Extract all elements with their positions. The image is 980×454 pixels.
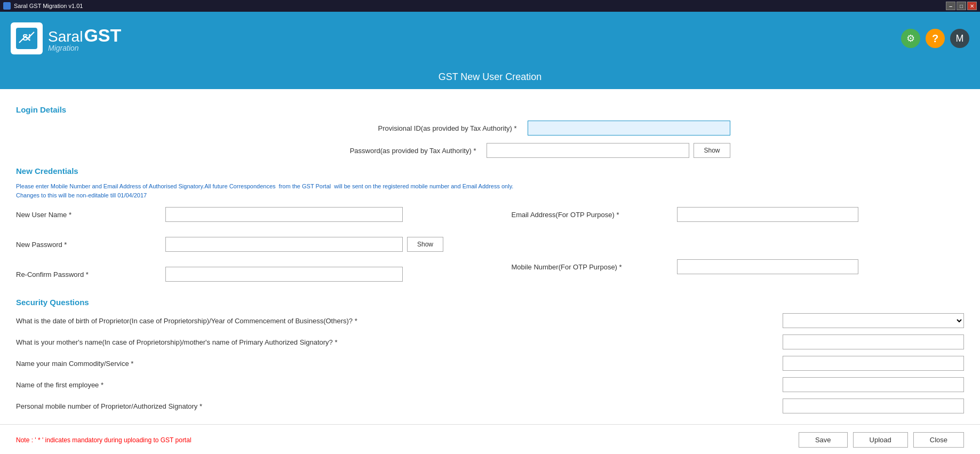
security-q5-row: Personal mobile number of Proprietor/Aut… [16,399,964,413]
new-username-input[interactable] [165,207,403,222]
reconfirm-password-row: Re-Confirm Password * [16,267,490,282]
footer-bar: Note : ' * ' indicates mandatory during … [0,424,980,454]
security-q4-input[interactable] [783,377,964,392]
security-questions-grid: What is the date of birth of Proprietor(… [16,313,964,413]
settings-icon[interactable]: ⚙ [901,29,920,48]
security-q3-row: Name your main Commodity/Service * [16,356,964,371]
title-bar-controls[interactable]: ‒ □ ✕ [946,2,977,10]
title-bar-left: Saral GST Migration v1.01 [3,2,83,10]
email-row: Email Address(For OTP Purpose) * [512,207,965,222]
credentials-left-col: New User Name * New Password * Show Re-C… [16,207,490,289]
credentials-info-text: Please enter Mobile Number and Email Add… [16,182,964,200]
security-q2-label: What is your mother's name(In case of Pr… [16,338,432,346]
credentials-right-col: Email Address(For OTP Purpose) * Mobile … [490,207,965,289]
security-q1-label: What is the date of birth of Proprietor(… [16,317,432,325]
help-icon[interactable]: ? [926,29,945,48]
mobile-input[interactable] [677,259,858,274]
security-q3-input[interactable] [783,356,964,371]
save-button[interactable]: Save [799,432,848,448]
security-q5-input[interactable] [783,399,964,413]
tax-password-show-button[interactable]: Show [694,143,730,158]
new-username-row: New User Name * [16,207,490,222]
security-questions-heading: Security Questions [16,298,964,307]
tax-password-label: Password(as provided by Tax Authority) * [326,147,476,155]
security-q1-select[interactable] [783,313,964,328]
new-credentials-heading: New Credentials [16,166,964,176]
app-header: S! Saral GST Migration ⚙ ? M [0,12,980,65]
logo-migration: Migration [48,44,121,52]
logo-box: S! [11,22,43,54]
security-q5-label: Personal mobile number of Proprietor/Aut… [16,402,432,410]
upload-button[interactable]: Upload [853,432,908,448]
page-title: GST New User Creation [439,71,542,82]
title-bar: Saral GST Migration v1.01 ‒ □ ✕ [0,0,980,12]
security-q3-label: Name your main Commodity/Service * [16,360,432,368]
provisional-id-label: Provisional ID(as provided by Tax Author… [368,124,517,132]
header-icons: ⚙ ? M [901,29,969,48]
tax-password-input[interactable] [487,143,689,158]
new-password-row: New Password * Show [16,237,490,252]
security-q4-row: Name of the first employee * [16,377,964,392]
login-details-form: Provisional ID(as provided by Tax Author… [16,121,964,158]
main-content: Login Details Provisional ID(as provided… [0,89,980,424]
action-buttons: Save Upload Close [799,432,964,448]
logo-gst: GST [84,25,121,46]
logo-text: Saral GST Migration [48,25,121,52]
page-title-bar: GST New User Creation [0,65,980,89]
mobile-row: Mobile Number(For OTP Purpose) * [512,259,965,274]
close-window-button[interactable]: ✕ [967,2,977,10]
email-input[interactable] [677,207,858,222]
security-q2-row: What is your mother's name(In case of Pr… [16,334,964,349]
close-button[interactable]: Close [913,432,964,448]
security-q2-input[interactable] [783,334,964,349]
security-q4-label: Name of the first employee * [16,381,432,389]
new-password-input[interactable] [165,237,403,252]
new-username-label: New User Name * [16,211,165,219]
credentials-grid: New User Name * New Password * Show Re-C… [16,207,964,289]
tax-password-row: Password(as provided by Tax Authority) *… [250,143,730,158]
maximize-button[interactable]: □ [957,2,966,10]
logo-area: S! Saral GST Migration [11,22,121,54]
logo-saral: Saral [48,28,83,45]
mobile-label: Mobile Number(For OTP Purpose) * [512,263,677,271]
reconfirm-password-label: Re-Confirm Password * [16,270,165,278]
user-icon[interactable]: M [950,29,969,48]
app-icon [3,2,11,10]
new-password-label: New Password * [16,241,165,249]
footer-note: Note : ' * ' indicates mandatory during … [16,436,192,444]
email-label: Email Address(For OTP Purpose) * [512,211,677,219]
new-password-show-button[interactable]: Show [407,237,443,252]
security-q1-row: What is the date of birth of Proprietor(… [16,313,964,328]
reconfirm-password-input[interactable] [165,267,403,282]
login-details-heading: Login Details [16,105,964,114]
provisional-id-row: Provisional ID(as provided by Tax Author… [250,121,730,136]
title-bar-text: Saral GST Migration v1.01 [14,3,83,9]
minimize-button[interactable]: ‒ [946,2,955,10]
provisional-id-input[interactable] [528,121,730,136]
